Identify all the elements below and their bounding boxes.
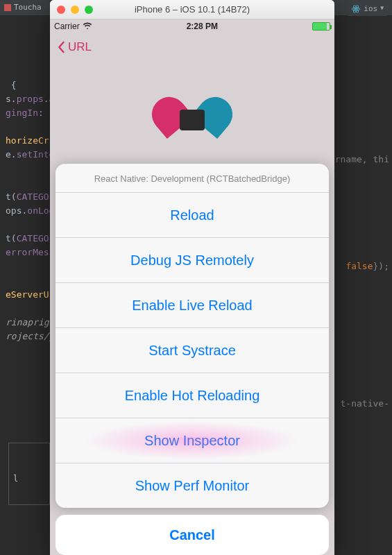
action-sheet-item[interactable]: Show Perf Monitor bbox=[56, 463, 329, 508]
console-text: l bbox=[13, 472, 18, 486]
react-icon bbox=[351, 4, 361, 14]
chevron-down-icon: ▼ bbox=[380, 4, 384, 12]
action-sheet-item[interactable]: Start Systrace bbox=[56, 327, 329, 373]
cancel-button[interactable]: Cancel bbox=[56, 515, 329, 555]
app-content bbox=[50, 61, 334, 137]
ide-tab-label[interactable]: Toucha bbox=[14, 1, 42, 13]
run-config-label: ios bbox=[364, 3, 377, 15]
traffic-lights bbox=[50, 6, 93, 14]
window-titlebar[interactable]: iPhone 6 – iOS 10.1 (14B72) bbox=[50, 0, 334, 19]
carrier-label: Carrier bbox=[54, 22, 80, 31]
app-logo bbox=[151, 89, 234, 137]
action-sheet-item[interactable]: Reload bbox=[56, 192, 329, 237]
action-sheet-item[interactable]: Enable Live Reload bbox=[56, 282, 329, 327]
action-sheet-item-label: Start Systrace bbox=[148, 343, 236, 359]
action-sheet-item[interactable]: Debug JS Remotely bbox=[56, 237, 329, 282]
action-sheet-item-label: Reload bbox=[170, 207, 214, 223]
action-sheet-item-label: Enable Live Reload bbox=[132, 298, 252, 314]
close-icon[interactable] bbox=[57, 6, 65, 14]
action-sheet-title: React Native: Development (RCTBatchedBri… bbox=[56, 164, 329, 192]
action-sheet-item[interactable]: Enable Hot Reloading bbox=[56, 373, 329, 418]
status-bar: Carrier 2:28 PM bbox=[50, 19, 334, 33]
action-sheet-item-label: Debug JS Remotely bbox=[130, 253, 254, 268]
back-button[interactable]: URL bbox=[57, 40, 92, 54]
console-panel: l bbox=[8, 443, 50, 505]
run-config-selector[interactable]: ios ▼ bbox=[347, 1, 388, 16]
status-time: 2:28 PM bbox=[187, 22, 218, 31]
svg-point-0 bbox=[355, 8, 357, 9]
navigation-bar: URL bbox=[50, 33, 334, 61]
action-sheet: React Native: Development (RCTBatchedBri… bbox=[56, 164, 329, 555]
action-sheet-item-label: Show Perf Monitor bbox=[135, 478, 250, 494]
wifi-icon bbox=[83, 22, 92, 31]
action-sheet-item-label: Show Inspector bbox=[144, 433, 240, 449]
file-icon bbox=[4, 4, 11, 11]
action-sheet-item[interactable]: Show Inspector bbox=[56, 418, 329, 463]
battery-icon bbox=[312, 22, 330, 31]
action-sheet-item-label: Enable Hot Reloading bbox=[125, 388, 260, 404]
phone-screen: Carrier 2:28 PM URL bbox=[50, 19, 334, 555]
back-label: URL bbox=[68, 40, 92, 54]
action-sheet-list: React Native: Development (RCTBatchedBri… bbox=[56, 164, 329, 508]
chevron-left-icon bbox=[57, 41, 65, 53]
zoom-icon[interactable] bbox=[85, 6, 93, 14]
cancel-label: Cancel bbox=[169, 527, 215, 543]
simulator-window: iPhone 6 – iOS 10.1 (14B72) Carrier 2:28… bbox=[50, 0, 334, 555]
minimize-icon[interactable] bbox=[71, 6, 79, 14]
